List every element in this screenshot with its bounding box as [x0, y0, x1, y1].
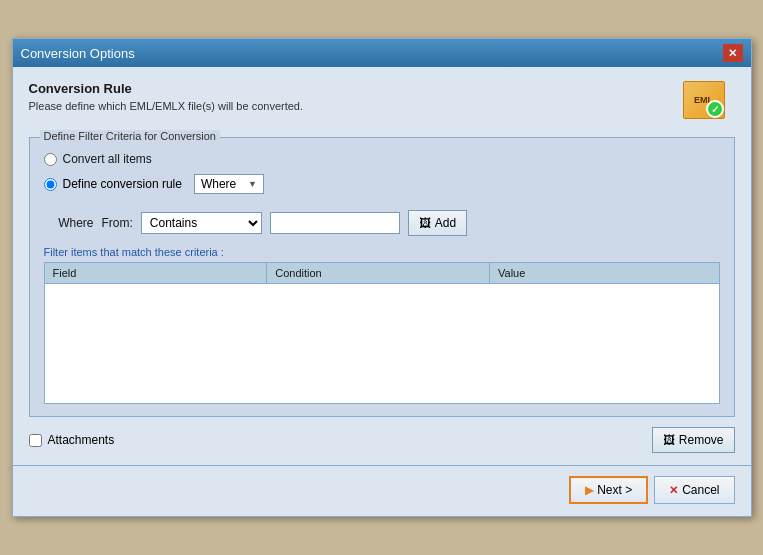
convert-all-label[interactable]: Convert all items	[63, 152, 152, 166]
table-header-value: Value	[490, 263, 720, 284]
where-dropdown[interactable]: Where ▼	[194, 174, 264, 194]
next-arrow-icon: ▶	[585, 484, 593, 497]
remove-button[interactable]: 🖼 Remove	[652, 427, 735, 453]
convert-all-row: Convert all items	[44, 152, 720, 166]
add-label: Add	[435, 216, 456, 230]
content-area: Conversion Rule Please define which EML/…	[13, 67, 751, 465]
title-bar: Conversion Options ✕	[13, 39, 751, 67]
convert-all-radio[interactable]	[44, 153, 57, 166]
table-header-condition: Condition	[267, 263, 490, 284]
dropdown-arrow-icon: ▼	[248, 179, 257, 189]
cancel-button[interactable]: ✕ Cancel	[654, 476, 734, 504]
criteria-table: Field Condition Value	[44, 262, 720, 404]
next-label: Next >	[597, 483, 632, 497]
table-header-row: Field Condition Value	[44, 263, 719, 284]
eml-icon: EML ✓	[683, 81, 725, 119]
remove-icon: 🖼	[663, 433, 675, 447]
rule-description: Please define which EML/EMLX file(s) wil…	[29, 100, 304, 112]
filter-row: Where From: Contains Does not contain Eq…	[44, 204, 720, 242]
cancel-label: Cancel	[682, 483, 719, 497]
from-label: From:	[102, 216, 133, 230]
check-badge: ✓	[706, 100, 724, 118]
window-title: Conversion Options	[21, 46, 135, 61]
header-text: Conversion Rule Please define which EML/…	[29, 81, 304, 112]
table-empty-cell	[44, 284, 719, 404]
add-button[interactable]: 🖼 Add	[408, 210, 467, 236]
attachments-label[interactable]: Attachments	[48, 433, 115, 447]
where-dropdown-text: Where	[201, 177, 236, 191]
where-label: Where	[44, 216, 94, 230]
define-rule-radio[interactable]	[44, 178, 57, 191]
table-empty-row	[44, 284, 719, 404]
attachments-row: Attachments	[29, 433, 115, 447]
table-header-field: Field	[44, 263, 267, 284]
filter-criteria-label: Filter items that match these criteria :	[44, 246, 720, 258]
define-rule-label[interactable]: Define conversion rule	[63, 177, 182, 191]
condition-select[interactable]: Contains Does not contain Equals Starts …	[141, 212, 262, 234]
bottom-row: Attachments 🖼 Remove	[29, 427, 735, 453]
footer-buttons: ▶ Next > ✕ Cancel	[13, 466, 751, 516]
group-legend: Define Filter Criteria for Conversion	[40, 130, 220, 142]
rule-title: Conversion Rule	[29, 81, 304, 96]
close-button[interactable]: ✕	[723, 44, 743, 62]
filter-criteria-group: Define Filter Criteria for Conversion Co…	[29, 137, 735, 417]
next-button[interactable]: ▶ Next >	[569, 476, 648, 504]
value-input[interactable]	[270, 212, 400, 234]
main-window: Conversion Options ✕ Conversion Rule Ple…	[12, 38, 752, 517]
eml-icon-container: EML ✓	[683, 81, 735, 125]
add-icon: 🖼	[419, 216, 431, 230]
define-rule-row: Define conversion rule Where ▼	[44, 174, 720, 194]
header-section: Conversion Rule Please define which EML/…	[29, 81, 735, 125]
attachments-checkbox[interactable]	[29, 434, 42, 447]
remove-label: Remove	[679, 433, 724, 447]
cancel-x-icon: ✕	[669, 484, 678, 497]
